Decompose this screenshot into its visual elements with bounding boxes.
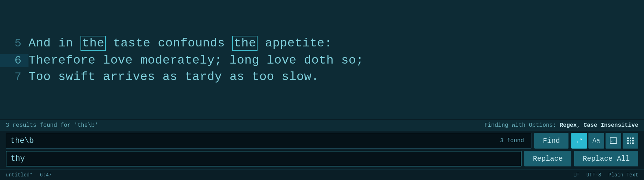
line-number-7: 7: [0, 70, 28, 84]
find-row-right: Find .* Aa ab: [534, 133, 638, 149]
search-input-wrapper[interactable]: 3 found: [6, 133, 531, 149]
match-highlight-2: the: [232, 36, 258, 51]
editor-area: 5 And in the taste confounds the appetit…: [0, 0, 644, 119]
status-encoding[interactable]: UTF-8: [586, 172, 601, 178]
replace-input-wrapper[interactable]: [6, 151, 521, 166]
svg-rect-9: [627, 142, 629, 144]
line-number-5: 5: [0, 37, 28, 50]
status-position: 6:47: [40, 172, 52, 178]
results-text: 3 results found for 'the\b': [6, 122, 98, 129]
line-content-5: And in the taste confounds the appetite:: [28, 36, 332, 51]
status-line-ending[interactable]: LF: [573, 172, 579, 178]
status-right: LF UTF-8 Plain Text: [573, 172, 638, 178]
option-buttons: .* Aa ab: [571, 133, 638, 149]
replace-all-button[interactable]: Replace All: [574, 151, 638, 166]
results-bar: 3 results found for 'the\b' Finding with…: [0, 120, 644, 131]
regex-button[interactable]: .*: [571, 133, 587, 149]
whole-word-button[interactable]: ab: [606, 133, 621, 149]
svg-rect-4: [630, 138, 631, 139]
status-filename: untitled*: [6, 172, 33, 178]
finding-options: Finding with Options: Regex, Case Insens…: [484, 122, 638, 129]
svg-text:ab: ab: [611, 139, 616, 143]
finding-options-value: Regex, Case Insensitive: [560, 122, 638, 129]
replace-row: Replace Replace All: [6, 151, 638, 166]
search-input[interactable]: [10, 136, 500, 145]
svg-rect-11: [632, 142, 634, 144]
status-syntax[interactable]: Plain Text: [608, 172, 638, 178]
editor-line-6: 6 Therefore love moderately; long love d…: [0, 52, 644, 69]
whole-word-icon: ab: [609, 137, 617, 145]
find-replace-panel: 3 found Find .* Aa ab: [0, 131, 644, 169]
svg-rect-7: [630, 140, 631, 141]
line-content-7: Too swift arrives as tardy as too slow.: [28, 70, 319, 84]
svg-rect-6: [627, 140, 629, 141]
line-content-6: Therefore love moderately; long love dot…: [28, 54, 364, 67]
replace-input[interactable]: [11, 154, 516, 163]
editor-line-7: 7 Too swift arrives as tardy as too slow…: [0, 69, 644, 85]
wrap-icon: [627, 137, 634, 145]
svg-rect-5: [632, 138, 634, 139]
replace-button[interactable]: Replace: [524, 151, 571, 166]
finding-options-label: Finding with Options:: [484, 122, 556, 129]
search-count: 3 found: [500, 138, 524, 144]
line-number-6: 6: [0, 54, 28, 67]
editor-line-5: 5 And in the taste confounds the appetit…: [0, 34, 644, 52]
status-bar: untitled* 6:47 LF UTF-8 Plain Text: [0, 169, 644, 180]
match-highlight-1: the: [80, 36, 106, 51]
svg-rect-8: [632, 140, 634, 141]
find-row: 3 found Find .* Aa ab: [6, 133, 638, 149]
find-button[interactable]: Find: [534, 133, 568, 149]
case-sensitive-button[interactable]: Aa: [588, 133, 604, 149]
replace-row-right: Replace Replace All: [524, 151, 638, 166]
wrap-button[interactable]: [623, 133, 638, 149]
svg-rect-3: [627, 138, 629, 139]
svg-rect-10: [630, 142, 631, 144]
